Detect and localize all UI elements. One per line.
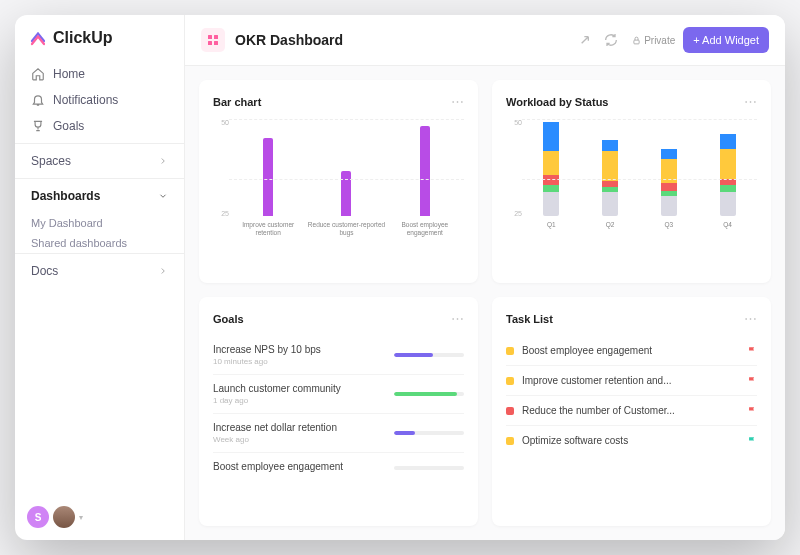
card-menu-icon[interactable]: ⋯ xyxy=(744,94,757,109)
sidebar-footer: S ▾ xyxy=(15,494,184,540)
svg-rect-4 xyxy=(634,40,639,44)
flag-icon xyxy=(747,436,757,446)
workload-chart: 5025Q1Q2Q3Q4 xyxy=(506,119,757,239)
lock-icon xyxy=(632,36,641,45)
sidebar-my-dashboard[interactable]: My Dashboard xyxy=(15,213,184,233)
goal-name: Increase NPS by 10 bps xyxy=(213,344,384,355)
section-spaces: Spaces xyxy=(15,143,184,178)
progress-bar xyxy=(394,466,464,470)
card-menu-icon[interactable]: ⋯ xyxy=(451,94,464,109)
card-menu-icon[interactable]: ⋯ xyxy=(744,311,757,326)
app-window: ClickUp Home Notifications Goals Spaces xyxy=(15,15,785,540)
goals-list: Increase NPS by 10 bps10 minutes agoLaun… xyxy=(213,336,464,482)
goal-item[interactable]: Boost employee engagement xyxy=(213,452,464,482)
task-name: Reduce the number of Customer... xyxy=(522,405,675,416)
goal-name: Increase net dollar retention xyxy=(213,422,384,433)
section-label: Dashboards xyxy=(31,189,100,203)
svg-rect-1 xyxy=(214,35,218,39)
main-nav: Home Notifications Goals xyxy=(15,57,184,143)
dashboard-content: Bar chart ⋯ 5025Improve customer retenti… xyxy=(185,66,785,540)
dashboard-icon xyxy=(201,28,225,52)
svg-rect-3 xyxy=(214,41,218,45)
nav-notifications[interactable]: Notifications xyxy=(15,87,184,113)
goal-time: Week ago xyxy=(213,435,384,444)
section-label: Spaces xyxy=(31,154,71,168)
chevron-right-icon xyxy=(158,266,168,276)
brand-logo[interactable]: ClickUp xyxy=(15,15,184,57)
task-name: Optimize software costs xyxy=(522,435,628,446)
flag-icon xyxy=(747,376,757,386)
task-list: Boost employee engagementImprove custome… xyxy=(506,336,757,455)
goal-name: Launch customer community xyxy=(213,383,384,394)
flag-icon xyxy=(747,346,757,356)
privacy-indicator[interactable]: Private xyxy=(632,35,675,46)
section-label: Docs xyxy=(31,264,58,278)
card-workload: Workload by Status ⋯ 5025Q1Q2Q3Q4 xyxy=(492,80,771,283)
svg-rect-0 xyxy=(208,35,212,39)
expand-icon[interactable] xyxy=(577,32,593,48)
card-title: Bar chart xyxy=(213,96,261,108)
main-area: OKR Dashboard Private + Add Widget Bar c… xyxy=(185,15,785,540)
card-tasks: Task List ⋯ Boost employee engagementImp… xyxy=(492,297,771,526)
flag-icon xyxy=(747,406,757,416)
trophy-icon xyxy=(31,119,45,133)
sidebar-shared-dashboards[interactable]: Shared dashboards xyxy=(15,233,184,253)
add-widget-button[interactable]: + Add Widget xyxy=(683,27,769,53)
chevron-right-icon xyxy=(158,156,168,166)
avatar-chevron[interactable]: ▾ xyxy=(79,513,83,522)
topbar: OKR Dashboard Private + Add Widget xyxy=(185,15,785,66)
nav-goals[interactable]: Goals xyxy=(15,113,184,139)
privacy-label: Private xyxy=(644,35,675,46)
task-item[interactable]: Reduce the number of Customer... xyxy=(506,395,757,425)
bell-icon xyxy=(31,93,45,107)
home-icon xyxy=(31,67,45,81)
chevron-down-icon xyxy=(158,191,168,201)
section-head-spaces[interactable]: Spaces xyxy=(15,144,184,178)
nav-home[interactable]: Home xyxy=(15,61,184,87)
goal-item[interactable]: Increase NPS by 10 bps10 minutes ago xyxy=(213,336,464,374)
refresh-icon[interactable] xyxy=(603,32,619,48)
status-square xyxy=(506,407,514,415)
sidebar: ClickUp Home Notifications Goals Spaces xyxy=(15,15,185,540)
section-docs: Docs xyxy=(15,253,184,288)
user-avatar[interactable]: S xyxy=(27,506,49,528)
status-square xyxy=(506,347,514,355)
nav-label: Goals xyxy=(53,119,84,133)
status-square xyxy=(506,437,514,445)
task-name: Boost employee engagement xyxy=(522,345,652,356)
nav-label: Notifications xyxy=(53,93,118,107)
nav-label: Home xyxy=(53,67,85,81)
goal-time: 1 day ago xyxy=(213,396,384,405)
card-title: Task List xyxy=(506,313,553,325)
card-title: Goals xyxy=(213,313,244,325)
progress-bar xyxy=(394,353,464,357)
card-title: Workload by Status xyxy=(506,96,608,108)
brand-name: ClickUp xyxy=(53,29,113,47)
section-dashboards: Dashboards My Dashboard Shared dashboard… xyxy=(15,178,184,253)
status-square xyxy=(506,377,514,385)
section-head-dashboards[interactable]: Dashboards xyxy=(15,179,184,213)
svg-rect-2 xyxy=(208,41,212,45)
goal-name: Boost employee engagement xyxy=(213,461,384,472)
progress-bar xyxy=(394,392,464,396)
user-avatar-2[interactable] xyxy=(53,506,75,528)
goal-time: 10 minutes ago xyxy=(213,357,384,366)
task-name: Improve customer retention and... xyxy=(522,375,672,386)
clickup-logo-icon xyxy=(29,29,47,47)
task-item[interactable]: Improve customer retention and... xyxy=(506,365,757,395)
card-bar-chart: Bar chart ⋯ 5025Improve customer retenti… xyxy=(199,80,478,283)
task-item[interactable]: Optimize software costs xyxy=(506,425,757,455)
section-head-docs[interactable]: Docs xyxy=(15,254,184,288)
bar-chart: 5025Improve customer retentionReduce cus… xyxy=(213,119,464,239)
goal-item[interactable]: Increase net dollar retentionWeek ago xyxy=(213,413,464,452)
card-goals: Goals ⋯ Increase NPS by 10 bps10 minutes… xyxy=(199,297,478,526)
task-item[interactable]: Boost employee engagement xyxy=(506,336,757,365)
progress-bar xyxy=(394,431,464,435)
page-title: OKR Dashboard xyxy=(235,32,343,48)
card-menu-icon[interactable]: ⋯ xyxy=(451,311,464,326)
goal-item[interactable]: Launch customer community1 day ago xyxy=(213,374,464,413)
